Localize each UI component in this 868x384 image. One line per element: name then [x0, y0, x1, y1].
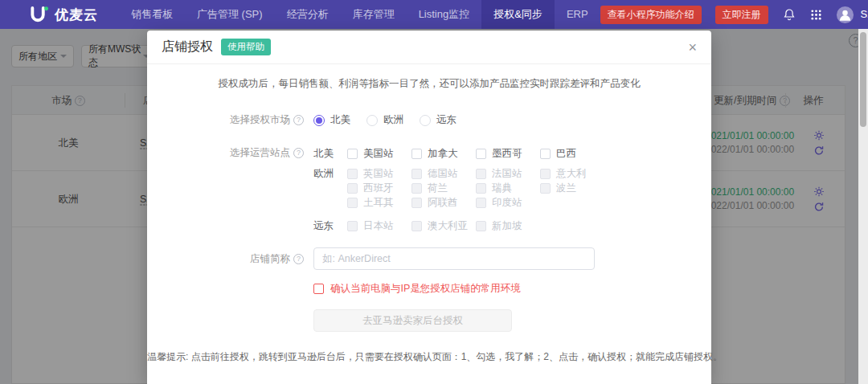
nav-item-listing-monitor[interactable]: Listing监控 — [407, 0, 482, 29]
checkbox-icon — [347, 169, 358, 179]
modal-body: 授权成功后，每日销售额、利润等指标一目了然，还可以添加产品监控实时跟踪差评和产品… — [147, 64, 711, 364]
question-circle-icon[interactable] — [293, 148, 304, 158]
checkbox-icon — [347, 183, 358, 194]
nav-item-inventory[interactable]: 库存管理 — [341, 0, 407, 29]
go-authorize-button[interactable]: 去亚马逊卖家后台授权 — [313, 309, 512, 332]
nav-item-erp[interactable]: ERP — [555, 0, 600, 29]
confirm-environment-checkbox[interactable]: 确认当前电脑与IP是您授权店铺的常用环境 — [313, 282, 711, 296]
checkbox-icon — [411, 198, 422, 208]
site-option: 土耳其 — [347, 196, 411, 210]
radio-selected-icon — [313, 115, 325, 126]
main-nav: 销售看板 广告管理 (SP) 经营分析 库存管理 Listing监控 授权&同步… — [119, 0, 600, 29]
checkbox-icon — [476, 198, 486, 208]
radio-europe[interactable]: 欧洲 — [366, 113, 403, 127]
checkbox-icon — [313, 284, 324, 294]
navbar-right: 查看小程序功能介绍 立即注册 S2游客 — [600, 6, 868, 24]
market-label: 选择授权市场 — [147, 113, 304, 127]
confirm-environment-text: 确认当前电脑与IP是您授权店铺的常用环境 — [330, 282, 521, 296]
site-option: 荷兰 — [411, 182, 476, 195]
checkbox-icon — [540, 183, 551, 194]
app-window: 所有地区 所有MWS状态 市场 店 更新/到期时间 操作 — [0, 0, 868, 384]
site-option: 德国站 — [411, 167, 476, 181]
site-option: 阿联酋 — [411, 196, 476, 210]
question-circle-icon[interactable] — [293, 115, 304, 125]
logo-u-icon — [29, 6, 49, 24]
site-option: 法国站 — [476, 167, 540, 181]
site-option[interactable]: 加拿大 — [411, 147, 476, 161]
site-option: 西班牙 — [347, 182, 411, 195]
site-option: 印度站 — [476, 196, 540, 210]
sites-label: 选择运营站点 — [147, 146, 304, 160]
register-button[interactable]: 立即注册 — [715, 6, 768, 24]
question-circle-icon[interactable] — [293, 254, 304, 264]
checkbox-icon — [540, 169, 551, 179]
checkbox-icon — [476, 183, 486, 194]
site-group-europe: 欧洲 英国站 德国站 法国站 意大利 西班牙 荷兰 瑞典 — [313, 166, 604, 210]
site-option[interactable]: 巴西 — [540, 147, 604, 161]
bell-icon[interactable] — [782, 7, 796, 22]
radio-far-east[interactable]: 远东 — [420, 113, 457, 127]
site-option: 日本站 — [347, 219, 411, 233]
checkbox-icon — [347, 221, 358, 231]
store-name-input[interactable] — [313, 247, 595, 270]
checkbox-icon — [411, 221, 422, 231]
nav-item-ad-management[interactable]: 广告管理 (SP) — [185, 0, 275, 29]
checkbox-icon — [476, 149, 486, 159]
checkbox-icon — [411, 183, 422, 194]
site-option: 新加坡 — [476, 219, 540, 233]
site-option: 波兰 — [540, 182, 604, 195]
user-avatar — [836, 6, 854, 24]
nav-item-business-analysis[interactable]: 经营分析 — [275, 0, 341, 29]
site-group-far-east: 远东 日本站 澳大利亚 新加坡 — [313, 219, 604, 233]
sites-row: 选择运营站点 北美 美国站 加拿大 墨西哥 巴西 — [147, 146, 711, 233]
tip-text: 温馨提示: 点击前往授权，跳转到亚马逊后台后，只需要在授权确认页面：1、勾选，我… — [147, 350, 711, 364]
username: S2游客 — [861, 7, 868, 22]
checkbox-icon — [411, 169, 422, 179]
checkbox-icon — [540, 149, 551, 159]
nav-item-auth-sync[interactable]: 授权&同步 — [481, 0, 555, 29]
radio-icon — [420, 115, 431, 126]
checkbox-icon — [411, 149, 422, 159]
site-group-north-america: 北美 美国站 加拿大 墨西哥 巴西 — [313, 146, 604, 161]
site-groups: 北美 美国站 加拿大 墨西哥 巴西 欧洲 — [313, 146, 604, 233]
checkbox-icon — [476, 169, 486, 179]
modal-title: 店铺授权 — [162, 39, 213, 55]
market-row: 选择授权市场 北美 欧洲 远东 — [147, 113, 711, 127]
modal-header: 店铺授权 使用帮助 — [147, 31, 711, 64]
store-name-label: 店铺简称 — [147, 252, 304, 266]
market-radio-group: 北美 欧洲 远东 — [313, 113, 457, 127]
checkbox-icon — [476, 221, 486, 231]
user-menu[interactable]: S2游客 — [836, 6, 868, 24]
intro-text: 授权成功后，每日销售额、利润等指标一目了然，还可以添加产品监控实时跟踪差评和产品… — [147, 77, 711, 91]
site-option: 意大利 — [540, 167, 604, 181]
nav-item-sales-dashboard[interactable]: 销售看板 — [119, 0, 185, 29]
apps-grid-icon[interactable] — [810, 9, 822, 21]
store-auth-modal: 店铺授权 使用帮助 授权成功后，每日销售额、利润等指标一目了然，还可以添加产品监… — [147, 31, 711, 384]
miniprogram-intro-button[interactable]: 查看小程序功能介绍 — [600, 6, 702, 24]
site-option: 澳大利亚 — [411, 219, 476, 233]
app-logo[interactable]: 优麦云 — [29, 6, 98, 24]
site-option: 瑞典 — [476, 182, 540, 195]
radio-north-america[interactable]: 北美 — [313, 113, 350, 127]
checkbox-icon — [347, 198, 358, 208]
page-scrollbar — [858, 29, 868, 384]
radio-icon — [366, 115, 378, 126]
scrollbar-thumb[interactable] — [860, 32, 866, 127]
site-option: 英国站 — [347, 167, 411, 181]
site-option[interactable]: 美国站 — [347, 147, 411, 161]
help-badge[interactable]: 使用帮助 — [221, 39, 271, 55]
top-navbar: 优麦云 销售看板 广告管理 (SP) 经营分析 库存管理 Listing监控 授… — [0, 0, 868, 29]
checkbox-icon — [347, 149, 358, 159]
store-name-row: 店铺简称 — [147, 247, 711, 270]
app-logo-text: 优麦云 — [55, 6, 98, 24]
close-icon[interactable] — [688, 40, 697, 55]
site-option[interactable]: 墨西哥 — [476, 147, 540, 161]
